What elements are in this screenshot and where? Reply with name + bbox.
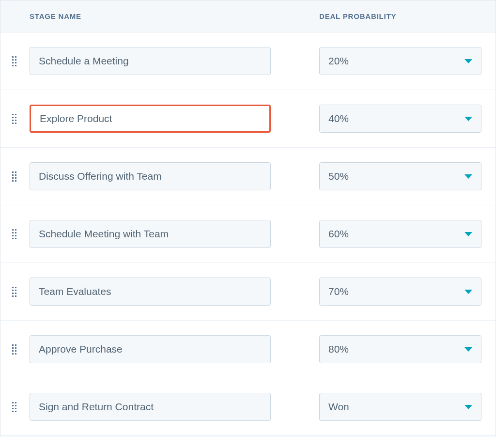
column-header-stage-name: STAGE NAME: [30, 12, 319, 20]
drag-handle-icon[interactable]: [10, 114, 30, 124]
probability-value: Won: [328, 401, 349, 413]
table-row: 50%: [0, 148, 496, 205]
chevron-down-icon: [465, 117, 472, 121]
probability-select[interactable]: 80%: [319, 335, 481, 363]
probability-value: 70%: [328, 286, 349, 297]
stage-name-input[interactable]: [30, 162, 271, 190]
table-row: 60%: [0, 205, 496, 263]
probability-value: 50%: [328, 170, 349, 182]
probability-select[interactable]: 50%: [319, 162, 481, 190]
stage-name-input[interactable]: [30, 393, 271, 421]
probability-value: 60%: [328, 228, 349, 240]
drag-handle-icon[interactable]: [10, 402, 30, 412]
table-row: 70%: [0, 263, 496, 321]
probability-select[interactable]: 60%: [319, 220, 481, 248]
drag-handle-icon[interactable]: [10, 344, 30, 355]
chevron-down-icon: [465, 232, 472, 236]
column-header-deal-probability: DEAL PROBABILITY: [319, 12, 486, 20]
chevron-down-icon: [465, 59, 472, 63]
table-row: 20%: [0, 32, 496, 90]
chevron-down-icon: [465, 405, 472, 409]
probability-value: 40%: [328, 113, 349, 124]
table-row: 40%: [0, 90, 496, 148]
probability-select[interactable]: 20%: [319, 47, 481, 75]
stage-name-input[interactable]: [30, 105, 271, 133]
chevron-down-icon: [465, 347, 472, 352]
drag-handle-icon[interactable]: [10, 287, 30, 297]
table-row: Won: [0, 378, 496, 436]
probability-value: 20%: [328, 55, 349, 67]
drag-handle-icon[interactable]: [10, 229, 30, 239]
chevron-down-icon: [465, 174, 472, 179]
drag-handle-icon[interactable]: [10, 171, 30, 182]
drag-handle-icon[interactable]: [10, 56, 30, 66]
stage-name-input[interactable]: [30, 220, 271, 248]
probability-select[interactable]: 40%: [319, 105, 481, 133]
table-row: 80%: [0, 321, 496, 378]
stage-name-input[interactable]: [30, 335, 271, 363]
probability-select[interactable]: 70%: [319, 278, 481, 306]
probability-select[interactable]: Won: [319, 393, 481, 421]
stage-pipeline-table: STAGE NAME DEAL PROBABILITY 20% 40% 50%: [0, 0, 496, 436]
table-header: STAGE NAME DEAL PROBABILITY: [0, 0, 496, 32]
chevron-down-icon: [465, 290, 472, 294]
stage-name-input[interactable]: [30, 278, 271, 306]
probability-value: 80%: [328, 343, 349, 355]
stage-name-input[interactable]: [30, 47, 271, 75]
